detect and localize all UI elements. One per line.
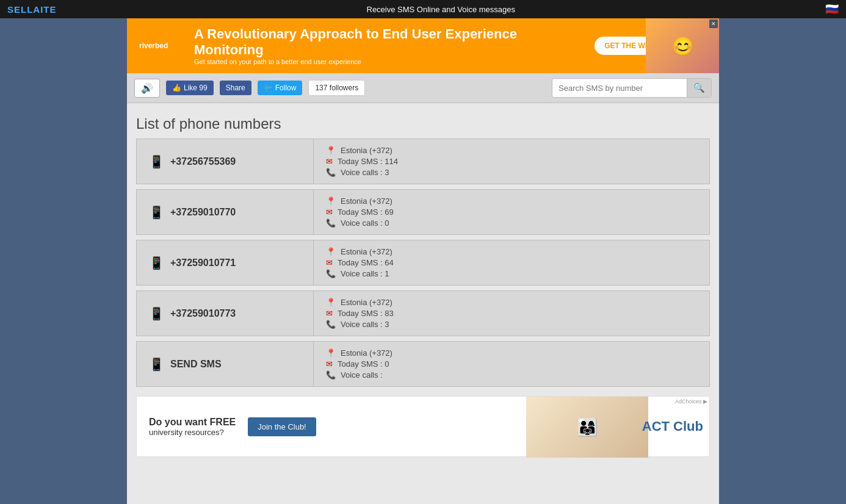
topbar: SELLAITE Receive SMS Online and Voice me…: [0, 0, 846, 18]
phone-icon: 📱: [149, 357, 164, 372]
phone-number-value: +37259010770: [170, 207, 236, 218]
twitter-icon: 🐦: [264, 84, 273, 92]
search-input[interactable]: [552, 80, 687, 96]
country-value: Estonia (+372): [341, 348, 392, 358]
ad-banner-bottom: AdChoices ▶ Do you want FREE university …: [136, 396, 710, 457]
followers-count: 137: [315, 84, 327, 92]
search-icon: 🔍: [693, 82, 705, 93]
ad-banner-top: riverbed A Revolutionary Approach to End…: [127, 18, 719, 73]
ad-inner: riverbed A Revolutionary Approach to End…: [127, 18, 719, 73]
mail-icon: ✉: [326, 207, 333, 217]
phone-list: 📱 +37256755369 📍 Estonia (+372) ✉ Today …: [127, 139, 719, 387]
ad-bottom-headline: Do you want FREE: [149, 417, 236, 428]
ad-close-button[interactable]: ✕: [709, 20, 718, 28]
ad-bottom-cta-button[interactable]: Join the Club!: [248, 417, 316, 436]
act-logo: ACT Club: [642, 419, 703, 434]
table-row: 📱 +37259010771 📍 Estonia (+372) ✉ Today …: [136, 240, 710, 286]
thumbs-up-icon: 👍: [172, 84, 181, 92]
send-sms-button[interactable]: 📱 SEND SMS: [137, 342, 314, 386]
phone-icon: 📱: [149, 154, 164, 169]
location-icon: 📍: [326, 298, 336, 307]
sms-today-value: Today SMS : 83: [338, 309, 394, 318]
sms-today-value: Today SMS : 64: [338, 258, 394, 267]
voice-calls-value: Voice calls : 3: [341, 320, 389, 329]
phone-number-value: +37256755369: [170, 156, 236, 167]
twitter-follow-button[interactable]: 🐦 Follow: [258, 81, 303, 95]
toolbar: 🔊 👍 Like 99 Share 🐦 Follow 137 followers…: [127, 73, 719, 103]
ad-headline: A Revolutionary Approach to End User Exp…: [194, 26, 582, 59]
country-row: 📍 Estonia (+372): [326, 146, 697, 155]
sms-today-value: Today SMS : 0: [338, 359, 389, 369]
phone-details-1: 📍 Estonia (+372) ✉ Today SMS : 114 📞 Voi…: [314, 139, 709, 184]
voice-calls-value: Voice calls :: [341, 370, 383, 380]
page-title: List of phone numbers: [136, 115, 710, 132]
phone-details-3: 📍 Estonia (+372) ✉ Today SMS : 64 📞 Voic…: [314, 240, 709, 285]
phone-icon: 📱: [149, 306, 164, 321]
phone-number-link-3[interactable]: 📱 +37259010771: [137, 240, 314, 285]
facebook-share-button[interactable]: Share: [220, 81, 251, 95]
voice-icon: 📞: [326, 370, 336, 380]
adchoices-label: AdChoices ▶: [675, 398, 707, 405]
follow-label: Follow: [275, 84, 297, 92]
ad-subtext: Get started on your path to a better end…: [194, 58, 582, 65]
ad-bottom-photo: 👨‍👩‍👧: [526, 397, 648, 458]
followers-label: followers: [330, 84, 358, 92]
voice-calls-value: Voice calls : 1: [341, 269, 389, 278]
location-icon: 📍: [326, 196, 336, 206]
phone-icon: 📱: [149, 205, 164, 220]
ad-bottom-headline2: university resources?: [149, 428, 236, 437]
mail-icon: ✉: [326, 359, 333, 369]
ad-photo: 😊: [646, 18, 719, 73]
mail-icon: ✉: [326, 309, 333, 318]
flag-icon: 🇷🇺: [825, 2, 839, 16]
voice-calls-value: Voice calls : 0: [341, 218, 389, 228]
voice-row: 📞 Voice calls : 3: [326, 168, 697, 177]
phone-number-value: +37259010773: [170, 308, 236, 319]
phone-icon: 📱: [149, 256, 164, 270]
voice-icon: 📞: [326, 320, 336, 329]
logo-text: SELLAITE: [7, 4, 57, 15]
phone-number-link-1[interactable]: 📱 +37256755369: [137, 139, 314, 184]
table-row: 📱 +37259010773 📍 Estonia (+372) ✉ Today …: [136, 290, 710, 336]
site-logo: SELLAITE: [7, 4, 57, 15]
mail-icon: ✉: [326, 157, 333, 166]
search-button[interactable]: 🔍: [687, 79, 711, 97]
tagline: Receive SMS Online and Voice messages: [57, 5, 825, 14]
voice-calls-value: Voice calls : 3: [341, 168, 389, 177]
send-sms-row: 📱 SEND SMS 📍 Estonia (+372) ✉ Today SMS …: [136, 341, 710, 387]
page-title-area: List of phone numbers: [127, 103, 719, 139]
phone-number-link-2[interactable]: 📱 +37259010770: [137, 190, 314, 234]
send-sms-details: 📍 Estonia (+372) ✉ Today SMS : 0 📞 Voice…: [314, 342, 709, 386]
facebook-like-button[interactable]: 👍 Like 99: [166, 81, 214, 95]
table-row: 📱 +37259010770 📍 Estonia (+372) ✉ Today …: [136, 189, 710, 235]
sms-today-value: Today SMS : 69: [338, 207, 394, 217]
sound-button[interactable]: 🔊: [134, 79, 160, 98]
country-value: Estonia (+372): [341, 146, 392, 155]
voice-icon: 📞: [326, 218, 336, 228]
share-label: Share: [226, 84, 245, 92]
sms-today-value: Today SMS : 114: [338, 157, 398, 166]
voice-icon: 📞: [326, 269, 336, 278]
followers-badge: 137 followers: [308, 80, 365, 96]
voice-icon: 📞: [326, 168, 336, 177]
main-wrapper: riverbed A Revolutionary Approach to End…: [127, 18, 719, 504]
search-area: 🔍: [552, 78, 712, 98]
sms-row: ✉ Today SMS : 114: [326, 157, 697, 166]
phone-details-2: 📍 Estonia (+372) ✉ Today SMS : 69 📞 Voic…: [314, 190, 709, 234]
send-sms-label: SEND SMS: [170, 359, 222, 370]
like-label: Like 99: [184, 84, 208, 92]
ad-bottom-text: Do you want FREE university resources?: [149, 417, 236, 437]
country-value: Estonia (+372): [341, 247, 392, 256]
ad-bottom-cta-label: Join the Club!: [258, 422, 306, 431]
phone-details-4: 📍 Estonia (+372) ✉ Today SMS : 83 📞 Voic…: [314, 291, 709, 336]
location-icon: 📍: [326, 146, 336, 155]
phone-number-link-4[interactable]: 📱 +37259010773: [137, 291, 314, 336]
ad-brand: riverbed: [139, 41, 182, 50]
phone-number-value: +37259010771: [170, 257, 236, 268]
location-icon: 📍: [326, 348, 336, 358]
country-value: Estonia (+372): [341, 196, 392, 206]
sound-icon: 🔊: [141, 83, 153, 93]
country-value: Estonia (+372): [341, 298, 392, 307]
location-icon: 📍: [326, 247, 336, 256]
table-row: 📱 +37256755369 📍 Estonia (+372) ✉ Today …: [136, 139, 710, 184]
